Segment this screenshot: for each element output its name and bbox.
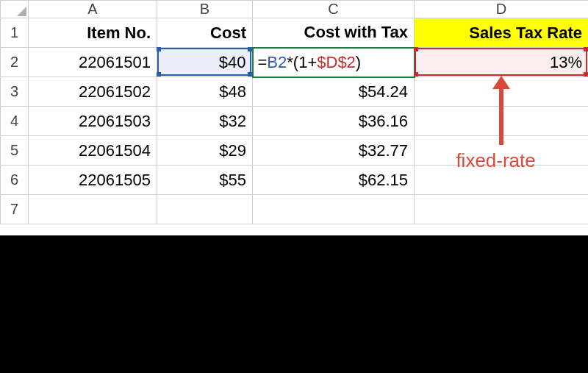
- col-header-B[interactable]: B: [157, 1, 253, 18]
- annotation-arrow-icon: [499, 86, 503, 145]
- cell-C5[interactable]: $32.77: [253, 136, 415, 166]
- cell-B6[interactable]: $55: [157, 166, 253, 195]
- cell-A4[interactable]: 22061503: [29, 107, 157, 136]
- cell-C7[interactable]: [253, 195, 415, 224]
- row-header-4[interactable]: 4: [1, 107, 29, 136]
- cell-C3[interactable]: $54.24: [253, 77, 415, 107]
- cell-C6[interactable]: $62.15: [253, 166, 415, 195]
- row-header-3[interactable]: 3: [1, 77, 29, 107]
- formula-ref-D2: $D$2: [317, 53, 356, 71]
- cell-A2[interactable]: 22061501: [29, 48, 157, 77]
- cell-B4[interactable]: $32: [157, 107, 253, 136]
- cell-A6[interactable]: 22061505: [29, 166, 157, 195]
- row-header-7[interactable]: 7: [1, 195, 29, 224]
- row-header-2[interactable]: 2: [1, 48, 29, 77]
- row-header-5[interactable]: 5: [1, 136, 29, 166]
- spreadsheet-area: A B C D 1 Item No. Cost Cost with Tax Sa…: [0, 0, 588, 235]
- cell-D1[interactable]: Sales Tax Rate: [415, 18, 589, 48]
- formula-ref-B2: B2: [267, 53, 287, 71]
- cell-A5[interactable]: 22061504: [29, 136, 157, 166]
- cell-B7[interactable]: [157, 195, 253, 224]
- cell-B5[interactable]: $29: [157, 136, 253, 166]
- annotation-label: fixed-rate: [456, 149, 535, 172]
- col-header-D[interactable]: D: [415, 1, 589, 18]
- col-header-A[interactable]: A: [29, 1, 157, 18]
- formula-op: *(1+: [287, 53, 317, 71]
- formula-eq: =: [258, 53, 268, 71]
- cell-A7[interactable]: [29, 195, 157, 224]
- cell-B3[interactable]: $48: [157, 77, 253, 107]
- formula-close: ): [356, 53, 361, 71]
- col-header-C[interactable]: C: [253, 1, 415, 18]
- row-header-6[interactable]: 6: [1, 166, 29, 195]
- cell-C1[interactable]: Cost with Tax: [253, 18, 415, 48]
- cell-A1[interactable]: Item No.: [29, 18, 157, 48]
- cell-D2[interactable]: 13%: [415, 48, 589, 77]
- cell-B1[interactable]: Cost: [157, 18, 253, 48]
- cell-C2-formula[interactable]: =B2*(1+$D$2): [253, 48, 415, 77]
- cell-B2[interactable]: $40: [157, 48, 253, 77]
- cell-A3[interactable]: 22061502: [29, 77, 157, 107]
- cell-D7[interactable]: [415, 195, 589, 224]
- row-header-1[interactable]: 1: [1, 18, 29, 48]
- cell-C4[interactable]: $36.16: [253, 107, 415, 136]
- select-all-corner[interactable]: [1, 1, 29, 18]
